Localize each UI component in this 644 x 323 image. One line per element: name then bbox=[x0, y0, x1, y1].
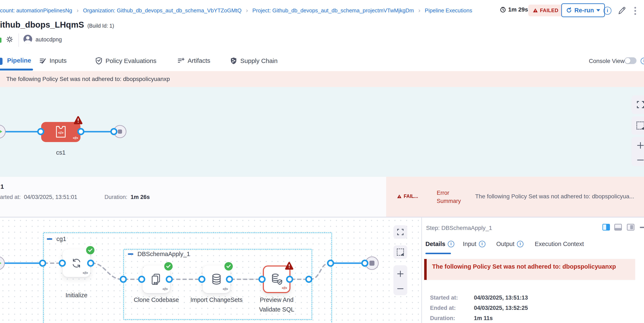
supply-chain-shield-icon bbox=[230, 57, 237, 65]
started-at-value: 04/03/2025, 13:51:01 bbox=[24, 194, 77, 200]
stage-title: 1 bbox=[0, 183, 4, 190]
shield-check-icon bbox=[95, 57, 102, 65]
code-glyph: </> bbox=[73, 136, 78, 140]
page-title: ithub_dbops_LHqmS(Build Id: 1) bbox=[0, 20, 114, 30]
stepgroup-label: DBSchemaApply_1 bbox=[138, 251, 190, 257]
tab-inputs-label: Inputs bbox=[50, 57, 67, 64]
pipeline-start-node bbox=[0, 125, 6, 139]
triggered-by-user: autocdpng bbox=[36, 36, 62, 43]
kebab-menu-icon[interactable] bbox=[634, 6, 636, 16]
layout-floating-icon[interactable] bbox=[627, 224, 634, 230]
stage-group-label: cg1 bbox=[56, 235, 66, 242]
connector-port[interactable] bbox=[286, 276, 293, 283]
panel-tab-output-label: Output bbox=[496, 241, 514, 247]
connector-port[interactable] bbox=[37, 128, 44, 135]
connector-port[interactable] bbox=[59, 260, 66, 267]
info-icon[interactable] bbox=[479, 241, 486, 247]
pipeline-tab-icon bbox=[0, 58, 2, 65]
tab-supply-chain-label: Supply Chain bbox=[240, 57, 278, 65]
marquee-select-button[interactable] bbox=[394, 245, 407, 259]
connector-port[interactable] bbox=[198, 276, 206, 283]
info-icon[interactable] bbox=[448, 241, 454, 247]
stage-graph-canvas[interactable]: </> </> cs1 bbox=[0, 87, 644, 177]
status-badge: FAILED bbox=[528, 5, 563, 16]
breadcrumb-pipeline-executions[interactable]: Pipeline Executions bbox=[425, 7, 472, 14]
panel-tab-output[interactable]: Output bbox=[496, 241, 524, 247]
collapse-icon[interactable] bbox=[128, 253, 133, 255]
connector-port[interactable] bbox=[327, 260, 334, 267]
tab-inputs[interactable]: Inputs bbox=[39, 57, 67, 65]
tab-artifacts-label: Artifacts bbox=[188, 57, 210, 64]
panel-tab-execution-context[interactable]: Execution Context bbox=[535, 241, 584, 247]
breadcrumb-account[interactable]: count: automationPipelinesNg bbox=[0, 7, 72, 14]
fail-badge-label: FAIL... bbox=[404, 193, 418, 199]
tab-policy-evaluations[interactable]: Policy Evaluations bbox=[95, 57, 156, 65]
step-error-badge bbox=[284, 261, 294, 271]
clock-icon bbox=[500, 7, 506, 13]
zoom-out-button[interactable] bbox=[637, 159, 644, 162]
zoom-out-button[interactable] bbox=[397, 287, 404, 290]
tab-pipeline[interactable]: Pipeline bbox=[7, 57, 31, 64]
stage-error-section: FAIL... Error Summary The following Poli… bbox=[386, 177, 644, 217]
fullscreen-button[interactable] bbox=[632, 95, 644, 114]
tab-supply-chain[interactable]: Supply Chain bbox=[230, 57, 278, 65]
layout-split-right-icon[interactable] bbox=[602, 224, 610, 230]
layout-bottom-icon[interactable] bbox=[614, 224, 622, 230]
connector-port[interactable] bbox=[138, 276, 145, 283]
connector-port[interactable] bbox=[110, 128, 118, 135]
zoom-in-button[interactable] bbox=[637, 142, 644, 149]
elapsed-time: 1m 29s bbox=[500, 6, 528, 13]
warning-icon bbox=[397, 194, 402, 198]
fail-badge: FAIL... bbox=[397, 193, 418, 199]
collapse-icon[interactable] bbox=[47, 238, 52, 240]
database-shield-icon bbox=[270, 272, 283, 286]
pipeline-name: ithub_dbops_LHqmS bbox=[0, 20, 84, 29]
panel-tab-input-label: Input bbox=[463, 241, 476, 247]
error-summary-label: Error Summary bbox=[437, 189, 470, 205]
step-graph-canvas[interactable]: cg1 DBSchemaApply_1 bbox=[0, 218, 421, 323]
build-id: (Build Id: 1) bbox=[87, 23, 114, 29]
stepgroup-header: DBSchemaApply_1 bbox=[128, 251, 190, 257]
connector-port[interactable] bbox=[166, 276, 173, 283]
connector-port[interactable] bbox=[226, 276, 233, 283]
zoom-controls bbox=[632, 137, 644, 166]
error-summary-message: The following Policy Set was not adhered… bbox=[475, 193, 644, 200]
step-node-initialize[interactable]: </> bbox=[63, 249, 90, 277]
refresh-icon bbox=[566, 7, 572, 13]
info-icon[interactable] bbox=[517, 241, 524, 247]
rerun-button[interactable]: Re-run bbox=[561, 3, 605, 17]
connector-port[interactable] bbox=[87, 260, 94, 267]
console-view-toggle[interactable] bbox=[624, 57, 636, 64]
panel-tab-details-label: Details bbox=[426, 241, 445, 247]
status-badge-label: FAILED bbox=[540, 8, 558, 14]
breadcrumb-organization[interactable]: Organization: Github_db_devops_aut_db_sc… bbox=[83, 7, 242, 14]
svg-text:</>: </> bbox=[58, 131, 64, 135]
panel-tab-input[interactable]: Input bbox=[463, 241, 486, 247]
connector-port[interactable] bbox=[305, 276, 312, 283]
success-badge bbox=[224, 262, 233, 270]
fullscreen-button[interactable] bbox=[394, 225, 407, 239]
minimize-panel-icon[interactable] bbox=[640, 227, 644, 228]
edit-pencil-icon[interactable] bbox=[617, 6, 626, 16]
info-icon[interactable] bbox=[641, 58, 644, 64]
zoom-in-button[interactable] bbox=[397, 270, 404, 277]
marquee-select-button[interactable] bbox=[632, 116, 644, 135]
connector-port[interactable] bbox=[258, 276, 266, 283]
step-details-panel: Step: DBSchemaApply_1 Details Input Outp… bbox=[422, 218, 644, 323]
detail-value: 1m 11s bbox=[474, 315, 493, 321]
connector-port[interactable] bbox=[39, 260, 46, 267]
connector-port[interactable] bbox=[120, 276, 127, 283]
gear-icon[interactable] bbox=[6, 35, 14, 44]
pipeline-execution-screen: count: automationPipelinesNg › Organizat… bbox=[0, 0, 644, 323]
tab-artifacts[interactable]: Artifacts bbox=[177, 57, 210, 65]
artifacts-icon bbox=[177, 57, 185, 65]
duration-value: 1m 26s bbox=[130, 194, 150, 200]
zoom-controls bbox=[394, 265, 407, 295]
breadcrumb-project[interactable]: Project: Github_db_devops_aut_db_schema_… bbox=[252, 7, 414, 14]
panel-tab-details[interactable]: Details bbox=[426, 241, 454, 247]
connector-port[interactable] bbox=[77, 128, 84, 135]
connector-port[interactable] bbox=[361, 260, 368, 267]
policy-banner-text: The following Policy Set was not adhered… bbox=[6, 76, 170, 82]
detail-label: Duration: bbox=[430, 315, 455, 321]
info-icon[interactable] bbox=[604, 7, 612, 15]
